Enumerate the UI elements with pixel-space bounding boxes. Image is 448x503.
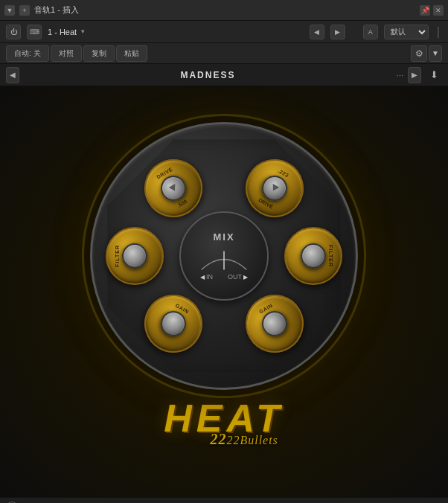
menu-icon[interactable]: ▼ (4, 5, 15, 16)
out-label-text: OUT (228, 273, 242, 281)
heat-logo: HEAT 2222Bullets (164, 399, 284, 446)
drive-223-arrow (270, 184, 280, 193)
add-icon[interactable]: + (19, 5, 30, 16)
track-name-label: 1 - Heat ▼ (48, 28, 86, 36)
in-out-labels: ◀ IN OUT ▶ (200, 273, 248, 281)
filter-right-knob[interactable]: FILTER (283, 225, 344, 286)
brand-text: 22Bullets (226, 434, 278, 446)
mix-center[interactable]: MIX ◀ IN OUT ▶ (179, 211, 269, 301)
toolbar-row: 自动: 关 对照 复制 粘贴 ⚙ ▼ (0, 43, 448, 64)
copy-button[interactable]: 复制 (83, 45, 115, 62)
auto-off-button[interactable]: 自动: 关 (6, 45, 49, 62)
arrow-back-button[interactable]: ◀ (310, 25, 324, 39)
pin-button[interactable]: 📌 (420, 5, 430, 16)
paste-button[interactable]: 粘贴 (116, 45, 147, 62)
filter-left-knob[interactable]: FILTER (104, 225, 165, 286)
filter-left-cap (122, 243, 147, 269)
in-label-text: IN (206, 273, 213, 281)
filter-left-label: FILTER (115, 245, 120, 267)
arrow-forward-button[interactable]: ▶ (330, 25, 345, 39)
controls-row: ⏻ ⌨ 1 - Heat ▼ ◀ ▶ A 默认 | (0, 21, 448, 43)
dropdown-arrow[interactable]: ▼ (429, 45, 442, 62)
power-button[interactable]: ⏻ (6, 25, 21, 39)
mix-arc (198, 246, 250, 272)
preset-prev-button[interactable]: ◀ (6, 67, 19, 83)
drive-500-arrow (169, 184, 179, 193)
filter-right-cap (301, 243, 326, 269)
midi-button[interactable]: ⌨ (27, 25, 42, 39)
revolver-container: DRIVE .500 .223 DRIVE (90, 122, 358, 390)
title-bar: ▼ + 音轨1 - 插入 📌 ✕ (0, 0, 448, 21)
revolver-body: DRIVE .500 .223 DRIVE (90, 122, 358, 390)
title-bar-title: 音轨1 - 插入 (34, 4, 223, 16)
bottom-bar: ℹ (0, 497, 448, 503)
mix-label: MIX (213, 231, 234, 243)
settings-gear-button[interactable]: ⚙ (411, 45, 427, 62)
default-select[interactable]: 默认 (384, 25, 429, 39)
preset-bar: ◀ MADNESS ··· ▶ ⬇ (0, 64, 448, 86)
preset-menu-button[interactable]: ··· (397, 71, 403, 80)
filter-right-label: FILTER (328, 245, 333, 267)
preset-name: MADNESS (24, 70, 392, 80)
plugin-area: DRIVE .500 .223 DRIVE (0, 86, 448, 497)
close-button[interactable]: ✕ (433, 5, 444, 16)
compare-button[interactable]: 对照 (51, 45, 82, 62)
preset-export-button[interactable]: ⬇ (426, 67, 442, 83)
auto-icon[interactable]: A (363, 25, 378, 39)
preset-next-button[interactable]: ▶ (408, 67, 421, 83)
